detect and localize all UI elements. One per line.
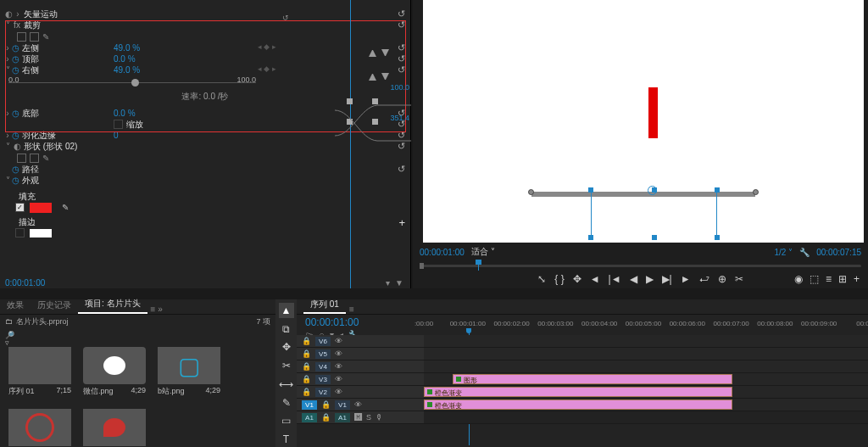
- keyframe-marker[interactable]: [369, 73, 376, 81]
- track-select-tool-icon[interactable]: ⧉: [279, 321, 294, 337]
- comparison-icon[interactable]: ⬚: [810, 273, 819, 285]
- edge-handle[interactable]: [528, 189, 534, 195]
- add-button-icon[interactable]: +: [854, 273, 860, 285]
- value-feather[interactable]: 0: [114, 131, 164, 140]
- eye-icon[interactable]: ◐: [12, 142, 22, 151]
- fx-badge-icon[interactable]: fx: [12, 20, 22, 30]
- extract-icon[interactable]: ✂: [735, 273, 743, 285]
- keyframe-marker[interactable]: [381, 49, 389, 57]
- slip-tool-icon[interactable]: ⟷: [279, 377, 294, 392]
- stroke-checkbox[interactable]: [15, 228, 25, 237]
- export-frame-icon[interactable]: ◉: [794, 273, 803, 285]
- resolution-dropdown[interactable]: 1/2 ˅: [774, 248, 793, 257]
- keyframe-nav[interactable]: ◂ ◆ ▸: [258, 42, 276, 51]
- project-tabs[interactable]: 效果 历史记录 项目: 名片片头 ≡ »: [0, 299, 275, 315]
- monitor-canvas[interactable]: [423, 0, 864, 243]
- fill-checkbox[interactable]: ✓: [15, 203, 25, 212]
- stopwatch-icon[interactable]: ◷: [12, 43, 20, 53]
- settings-icon[interactable]: 🔧: [799, 248, 810, 257]
- selection-frame[interactable]: [591, 190, 717, 237]
- step-fwd-icon[interactable]: ►: [681, 273, 691, 285]
- tab-history[interactable]: 历史记录: [31, 297, 78, 314]
- stopwatch-icon[interactable]: ◷: [12, 109, 20, 118]
- track-v6[interactable]: 🔒V6👁: [297, 335, 868, 348]
- bin-item-netease[interactable]: [8, 409, 71, 447]
- crop-icon[interactable]: ✥: [573, 273, 581, 285]
- ripple-tool-icon[interactable]: ✥: [279, 340, 294, 355]
- step-back-icon[interactable]: |◄: [609, 273, 621, 285]
- scale-checkbox[interactable]: [114, 120, 123, 129]
- track-v3[interactable]: 🔒V3👁 图形: [297, 373, 868, 386]
- track-v1[interactable]: V1🔒V1👁 橙色渐变: [297, 399, 868, 411]
- edge-handle[interactable]: [753, 189, 759, 195]
- stopwatch-icon[interactable]: ◷: [12, 131, 20, 140]
- rect-mask-icon[interactable]: [30, 32, 39, 42]
- stopwatch-icon[interactable]: ◷: [12, 165, 20, 174]
- fill-color-swatch[interactable]: [30, 203, 52, 213]
- timeline-body[interactable]: 🔒V6👁 🔒V5👁 🔒V4👁 🔒V3👁 图形 🔒V2👁 橙色渐变 V1🔒V1👁 …: [297, 335, 868, 447]
- value-bottom[interactable]: 0.0 %: [114, 109, 164, 118]
- value-top[interactable]: 0.0 %: [114, 54, 164, 64]
- type-tool-icon[interactable]: T: [279, 432, 294, 447]
- button-editor-icon[interactable]: ≡: [826, 273, 832, 285]
- play-icon[interactable]: ▶: [646, 273, 654, 285]
- timeline-timecode[interactable]: 00:00:01:00: [305, 316, 359, 328]
- go-out-icon[interactable]: ⮐: [699, 273, 709, 285]
- bin-item-sequence[interactable]: 序列 017;15: [8, 347, 71, 397]
- mark-in-out-icon[interactable]: { }: [554, 273, 564, 285]
- stopwatch-icon[interactable]: ◷: [12, 176, 20, 185]
- value-left[interactable]: 49.0 %: [114, 43, 164, 53]
- frame-fwd-icon[interactable]: ▶|: [662, 273, 672, 285]
- fx-mini-timeline[interactable]: ↺ 100.0 351.4: [284, 0, 411, 288]
- bin-icon[interactable]: 🗀: [5, 317, 13, 326]
- bin-item-weibo[interactable]: [83, 409, 146, 447]
- project-grid[interactable]: 序列 017;15 微信.png4;29 ▢ b站.png4;29: [0, 342, 275, 447]
- fx-playhead[interactable]: [350, 0, 351, 288]
- eyedropper-icon[interactable]: ✎: [62, 203, 69, 212]
- clip-gradient1[interactable]: 橙色渐变: [424, 400, 732, 410]
- ellipse-mask-icon[interactable]: [17, 32, 26, 42]
- monitor-scrubber[interactable]: [420, 260, 861, 271]
- timecode-mini: 0:00:01:00: [5, 278, 45, 288]
- transport-controls: ⤡ { } ✥ ◄ |◄ ◀ ▶ ▶| ► ⮐ ⊕ ✂ ◉ ⬚ ≡ ⊞ +: [413, 271, 868, 287]
- add-marker-icon[interactable]: ⤡: [537, 273, 546, 285]
- time-ruler[interactable]: :00:0000:00:01:0000:00:02:0000:00:03:000…: [424, 320, 863, 332]
- tool-palette[interactable]: ▲ ⧉ ✥ ✂ ⟷ ✎ ▭ T: [275, 299, 297, 447]
- red-shape[interactable]: [648, 87, 658, 138]
- selection-tool-icon[interactable]: ▲: [279, 303, 294, 318]
- track-v5[interactable]: 🔒V5👁: [297, 348, 868, 360]
- razor-tool-icon[interactable]: ✂: [279, 358, 294, 373]
- track-v2[interactable]: 🔒V2👁 橙色渐变: [297, 386, 868, 399]
- bin-item-bilibili[interactable]: ▢ b站.png4;29: [158, 347, 220, 397]
- keyframe-nav[interactable]: ◂ ◆ ▸: [258, 64, 276, 73]
- value-right[interactable]: 49.0 %: [114, 65, 164, 75]
- tab-project[interactable]: 项目: 名片片头: [78, 295, 147, 314]
- pen-tool-icon[interactable]: ✎: [279, 395, 294, 411]
- slider-thumb[interactable]: [131, 79, 139, 87]
- track-a1[interactable]: A1🔒A1🅼S🎙: [297, 411, 868, 424]
- bin-item-wechat[interactable]: 微信.png4;29: [83, 347, 146, 397]
- clip-graphics[interactable]: 图形: [453, 374, 732, 384]
- stroke-color-swatch[interactable]: [30, 229, 52, 237]
- monitor-timecode[interactable]: 00:00:01:00: [420, 248, 465, 257]
- hand-tool-icon[interactable]: ▭: [279, 414, 294, 429]
- keyframe-marker[interactable]: [369, 49, 376, 57]
- safe-margins-icon[interactable]: ⊞: [838, 273, 847, 285]
- lift-icon[interactable]: ⊕: [718, 273, 726, 285]
- track-v4[interactable]: 🔒V4👁: [297, 360, 868, 373]
- tab-effects[interactable]: 效果: [0, 297, 31, 314]
- filter-icon[interactable]: ▿: [5, 338, 9, 347]
- zoom-dropdown[interactable]: 适合 ˅: [471, 246, 495, 258]
- ruler-label: 00:00:07:00: [713, 320, 748, 327]
- frame-back-icon[interactable]: ◀: [630, 273, 637, 285]
- clip-gradient2[interactable]: 橙色渐变: [424, 387, 732, 397]
- stopwatch-icon[interactable]: ◷: [12, 54, 20, 64]
- stopwatch-icon[interactable]: ◷: [12, 65, 20, 75]
- sequence-tab[interactable]: 序列 01: [303, 297, 346, 314]
- monitor-playhead[interactable]: [478, 262, 479, 271]
- keyframe-marker[interactable]: [381, 73, 389, 81]
- pen-mask-icon[interactable]: ✎: [42, 32, 52, 42]
- go-in-icon[interactable]: ◄: [590, 273, 600, 285]
- eye-icon[interactable]: ◐: [3, 9, 14, 19]
- ruler-label: 00:00:02:00: [493, 320, 529, 327]
